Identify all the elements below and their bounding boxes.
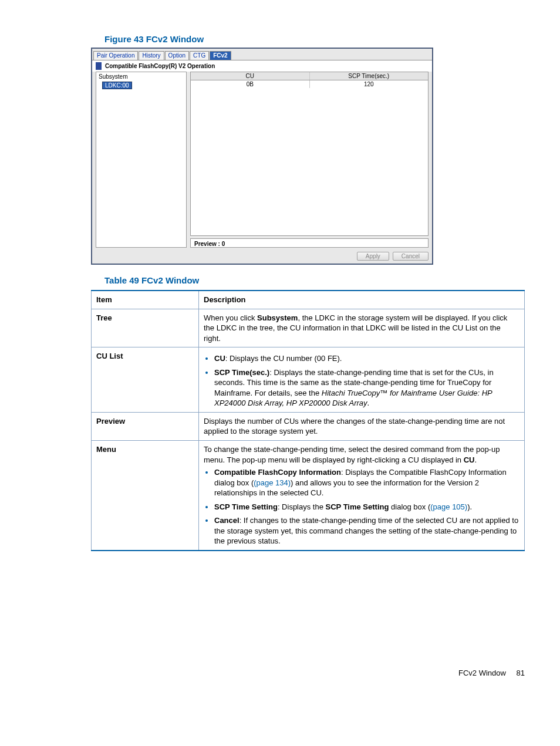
list-item: SCP Time(sec.): Displays the state-chang… <box>214 367 519 409</box>
cancel-button[interactable]: Cancel <box>393 252 429 261</box>
panel-title-row: Compatible FlashCopy(R) V2 Operation <box>92 60 432 72</box>
cell-scp: 120 <box>310 80 429 88</box>
page-footer: FCv2 Window 81 <box>91 669 525 677</box>
menu-intro: To change the state-change-pending time,… <box>204 444 519 465</box>
figure-title: Figure 43 FCv2 Window <box>104 34 525 44</box>
fcv2-window-screenshot: Pair Operation History Option CTG FCv2 C… <box>91 48 433 265</box>
tab-ctg[interactable]: CTG <box>190 51 209 60</box>
table-row: Tree When you click Subsystem, the LDKC … <box>92 309 525 347</box>
panel-marker-icon <box>96 62 102 70</box>
row-label-menu: Menu <box>92 441 199 551</box>
footer-section: FCv2 Window <box>458 669 506 677</box>
list-item: CU: Displays the CU number (00 FE). <box>214 353 519 364</box>
apply-button[interactable]: Apply <box>357 252 389 261</box>
row-label-tree: Tree <box>92 309 199 347</box>
row-label-culist: CU List <box>92 347 199 413</box>
th-item: Item <box>92 291 199 309</box>
fcv2-description-table: Item Description Tree When you click Sub… <box>91 290 525 551</box>
tab-history[interactable]: History <box>139 51 164 60</box>
table-row: Menu To change the state-change-pending … <box>92 441 525 551</box>
table-row: CU List CU: Displays the CU number (00 F… <box>92 347 525 413</box>
table-row: Preview Displays the number of CUs where… <box>92 412 525 440</box>
tree-root[interactable]: Subsystem <box>96 72 186 81</box>
col-header-cu[interactable]: CU <box>191 72 310 80</box>
th-description: Description <box>199 291 525 309</box>
grid-header: CU SCP Time(sec.) <box>191 72 428 80</box>
tab-pair-operation[interactable]: Pair Operation <box>93 51 138 60</box>
panel-title: Compatible FlashCopy(R) V2 Operation <box>105 63 215 69</box>
button-row: Apply Cancel <box>92 250 432 264</box>
page-ref-link[interactable]: (page 134) <box>254 478 291 487</box>
page-ref-link[interactable]: (page 105) <box>430 502 467 511</box>
row-desc-tree: When you click Subsystem, the LDKC in th… <box>199 309 525 347</box>
list-item: SCP Time Setting: Displays the SCP Time … <box>214 502 519 512</box>
tab-bar: Pair Operation History Option CTG FCv2 <box>92 49 432 60</box>
tab-fcv2[interactable]: FCv2 <box>210 51 231 60</box>
tab-option[interactable]: Option <box>165 51 189 60</box>
table-header-row: Item Description <box>92 291 525 309</box>
row-desc-preview: Displays the number of CUs where the cha… <box>199 412 525 440</box>
table-title: Table 49 FCv2 Window <box>104 275 525 285</box>
preview-panel: Preview : 0 <box>190 238 429 248</box>
grid-row[interactable]: 0B 120 <box>191 80 428 88</box>
row-label-preview: Preview <box>92 412 199 440</box>
subsystem-tree[interactable]: Subsystem LDKC:00 <box>96 72 187 248</box>
col-header-scp[interactable]: SCP Time(sec.) <box>310 72 429 80</box>
cell-cu: 0B <box>191 80 310 88</box>
row-desc-culist: CU: Displays the CU number (00 FE). SCP … <box>199 347 525 413</box>
tree-node-ldkc[interactable]: LDKC:00 <box>102 82 132 89</box>
page-number: 81 <box>517 669 525 677</box>
list-item: Compatible FlashCopy Information: Displa… <box>214 467 519 498</box>
row-desc-menu: To change the state-change-pending time,… <box>199 441 525 551</box>
list-item: Cancel: If changes to the state-change-p… <box>214 515 519 546</box>
cu-list-grid[interactable]: CU SCP Time(sec.) 0B 120 <box>190 72 429 236</box>
